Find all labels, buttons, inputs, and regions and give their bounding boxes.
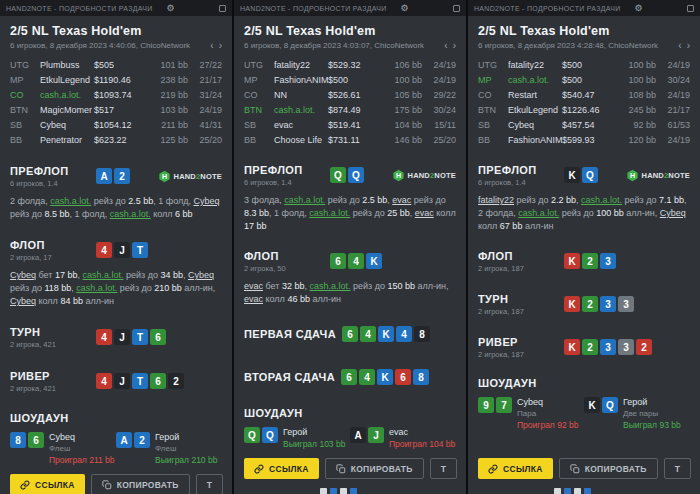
- section-titles: ФЛОП2 игрока, 50: [244, 250, 330, 273]
- chevron-right-icon[interactable]: ›: [453, 42, 456, 50]
- player-stack: $519.41: [328, 120, 380, 130]
- link-button[interactable]: ССЫЛКА: [478, 458, 553, 479]
- showdown-player-name[interactable]: Cybeq: [517, 397, 578, 408]
- player-name[interactable]: fatality22: [508, 60, 562, 70]
- action-amount: 118 bb: [44, 283, 71, 293]
- section-flop: ФЛОП2 игрока, 187K23: [468, 246, 700, 276]
- titlebar: HAND2NOTE - ПОДРОБНОСТИ РАЗДАЧИ⚙: [0, 0, 232, 16]
- player-link[interactable]: cash.a.lot.: [50, 196, 91, 206]
- player-name[interactable]: EtkulLegend: [508, 105, 562, 115]
- player-link[interactable]: evac: [244, 294, 263, 304]
- player-name[interactable]: cash.a.lot.: [40, 90, 94, 100]
- text-button[interactable]: Т: [430, 458, 458, 479]
- player-link[interactable]: cash.a.lot.: [309, 281, 350, 291]
- hand-meta-row: 6 игроков, 8 декабря 2023 4:28:48, Chico…: [478, 41, 690, 50]
- section-preflop: ПРЕФЛОП6 игроков, 1.4QQHHAND2NOTE3 фолда…: [234, 160, 466, 233]
- player-link[interactable]: evac: [244, 281, 263, 291]
- section-titles: ПЕРВАЯ СДАЧА: [244, 328, 342, 340]
- player-name[interactable]: Choose Life: [274, 135, 328, 145]
- player-link[interactable]: cash.a.lot.: [76, 283, 117, 293]
- section-header: РИВЕР2 игрока, 4214JT62: [0, 366, 232, 396]
- card-K-d: K: [378, 326, 394, 342]
- showdown-player-name[interactable]: Герой: [283, 427, 345, 438]
- section-subtitle: 2 игрока, 50: [244, 264, 324, 273]
- player-link[interactable]: cash.a.lot.: [284, 195, 325, 205]
- player-link[interactable]: evac: [415, 208, 434, 218]
- player-name[interactable]: Plumbuss: [40, 60, 94, 70]
- showdown-info: ГеройВыиграл 103 bb: [283, 427, 345, 450]
- card-3-d: 3: [600, 296, 616, 312]
- players-table: UTGfatality22$500100 bb24/19MPcash.a.lot…: [468, 55, 700, 147]
- showdown-player-name[interactable]: evac: [389, 427, 455, 438]
- chevron-right-icon[interactable]: ›: [687, 42, 690, 50]
- link-button[interactable]: ССЫЛКА: [10, 474, 85, 494]
- section-turn: ТУРН2 игрока, 187K233: [468, 289, 700, 319]
- player-name[interactable]: FashionANIMA: [274, 75, 328, 85]
- player-name[interactable]: MagicMomer: [40, 105, 94, 115]
- hand-buttons: ССЫЛКАКОПИРОВАТЬТ: [234, 450, 466, 479]
- section-titles: РИВЕР2 игрока, 187: [478, 336, 564, 359]
- text-button[interactable]: Т: [196, 474, 224, 494]
- gear-icon[interactable]: ⚙: [400, 4, 408, 13]
- clipped-fragment: [350, 488, 357, 494]
- showdown-player-name[interactable]: Cybeq: [49, 432, 115, 443]
- svg-text:H: H: [161, 173, 166, 180]
- link-icon: [254, 464, 264, 474]
- player-name[interactable]: NN: [274, 90, 328, 100]
- player-name[interactable]: Restart: [508, 90, 562, 100]
- player-link[interactable]: cash.a.lot.: [518, 208, 559, 218]
- card-4-c: 4: [348, 253, 364, 269]
- hand-buttons: ССЫЛКАКОПИРОВАТЬТ: [468, 450, 700, 479]
- player-link[interactable]: Cybeq: [188, 270, 214, 280]
- player-link[interactable]: cash.a.lot.: [581, 195, 622, 205]
- player-name[interactable]: Penetrator: [40, 135, 94, 145]
- player-name[interactable]: cash.a.lot.: [274, 105, 328, 115]
- link-icon: [488, 464, 498, 474]
- player-link[interactable]: Cybeq: [193, 196, 219, 206]
- action-amount: 2.2 bb: [551, 195, 576, 205]
- text-button[interactable]: Т: [664, 458, 692, 479]
- player-link[interactable]: Cybeq: [10, 270, 36, 280]
- pin-icon[interactable]: [687, 5, 694, 12]
- pin-icon[interactable]: [219, 5, 226, 12]
- player-name[interactable]: EtkulLegend: [40, 75, 94, 85]
- player-link[interactable]: evac: [392, 195, 411, 205]
- player-link[interactable]: cash.a.lot.: [82, 270, 123, 280]
- player-link[interactable]: Cybeq: [660, 208, 686, 218]
- player-stats: 30/24: [422, 105, 456, 115]
- section-showdown: ШОУДАУН86CybeqФлешПроиграл 211 bbA2Герой…: [0, 410, 232, 466]
- player-stack: $874.49: [328, 105, 380, 115]
- copy-button[interactable]: КОПИРОВАТЬ: [325, 458, 424, 479]
- showdown-info: ГеройФлешВыиграл 210 bb: [155, 432, 217, 466]
- chevron-left-icon[interactable]: ‹: [678, 42, 681, 50]
- player-name[interactable]: cash.a.lot.: [508, 75, 562, 85]
- player-link[interactable]: cash.a.lot.: [309, 208, 350, 218]
- action-text: рейз до: [350, 208, 387, 218]
- player-name[interactable]: FashionANIMA: [508, 135, 562, 145]
- player-position: BTN: [244, 105, 274, 115]
- gear-icon[interactable]: ⚙: [166, 4, 174, 13]
- chevron-right-icon[interactable]: ›: [219, 42, 222, 50]
- player-name[interactable]: fatality22: [274, 60, 328, 70]
- pin-icon[interactable]: [453, 5, 460, 12]
- showdown-player-name[interactable]: Герой: [623, 397, 681, 408]
- player-name[interactable]: Cybeq: [40, 120, 94, 130]
- player-name[interactable]: Cybeq: [508, 120, 562, 130]
- chevron-left-icon[interactable]: ‹: [210, 42, 213, 50]
- section-title: ПРЕФЛОП: [10, 165, 90, 177]
- player-link[interactable]: cash.a.lot.: [110, 209, 151, 219]
- section-title: ФЛОП: [10, 239, 90, 251]
- chevron-left-icon[interactable]: ‹: [444, 42, 447, 50]
- copy-button[interactable]: КОПИРОВАТЬ: [91, 474, 190, 494]
- showdown-info: evacПроиграл 104 bb: [389, 427, 455, 450]
- player-link[interactable]: fatality22: [478, 195, 514, 205]
- button-label: ССЫЛКА: [269, 464, 309, 474]
- player-stack-bb: 100 bb: [614, 75, 656, 85]
- player-name[interactable]: evac: [274, 120, 328, 130]
- player-link[interactable]: Cybeq: [10, 296, 36, 306]
- copy-button[interactable]: КОПИРОВАТЬ: [559, 458, 658, 479]
- link-button[interactable]: ССЫЛКА: [244, 458, 319, 479]
- showdown-player-name[interactable]: Герой: [155, 432, 217, 443]
- gear-icon[interactable]: ⚙: [634, 4, 642, 13]
- players-table: UTGPlumbuss$505101 bb27/22MPEtkulLegend$…: [0, 55, 232, 147]
